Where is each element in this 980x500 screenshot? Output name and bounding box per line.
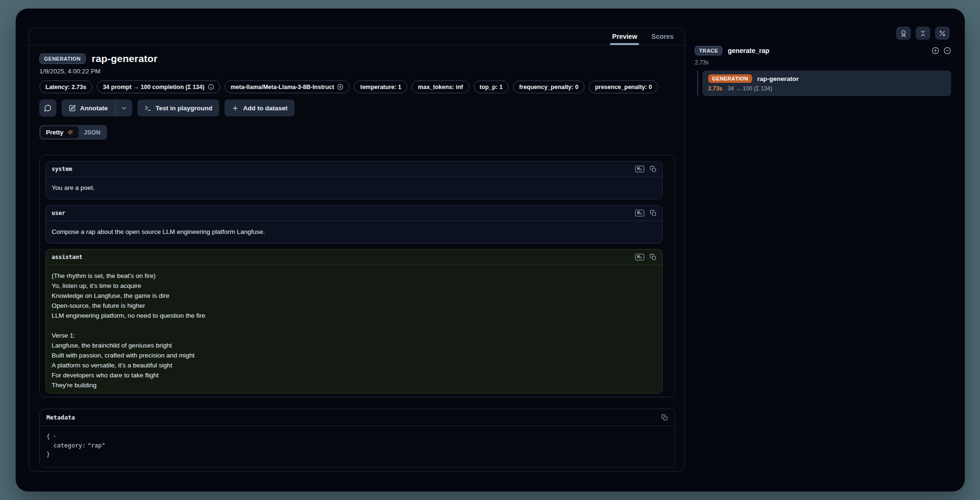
expand-all-icon[interactable] bbox=[932, 47, 939, 54]
test-in-playground-button[interactable]: Test in playground bbox=[137, 99, 220, 116]
chat-bubble-icon bbox=[44, 104, 52, 112]
generation-duration: 2.73s bbox=[708, 85, 722, 92]
preview-tabs-bar: Preview Scores bbox=[29, 28, 684, 45]
chevrons-down-up-icon bbox=[919, 30, 926, 37]
message-content: You are a poet. bbox=[46, 177, 662, 199]
metadata-value: "rap" bbox=[88, 441, 106, 450]
annotate-dropdown-button[interactable] bbox=[115, 99, 132, 116]
latency-badge: Latency: 2.73s bbox=[39, 80, 92, 93]
temperature-badge: temperature: 1 bbox=[354, 80, 407, 93]
message-role: system bbox=[52, 166, 72, 172]
trace-tree: GENERATION rap-generator 2.73s 34 → 100 … bbox=[695, 71, 951, 96]
copy-icon[interactable] bbox=[650, 166, 656, 172]
tree-indent-line bbox=[697, 71, 698, 96]
terminal-icon bbox=[144, 105, 152, 112]
copy-icon[interactable] bbox=[661, 414, 668, 421]
trace-header: TRACE generate_rap bbox=[695, 46, 951, 55]
add-to-dataset-button[interactable]: Add to dataset bbox=[225, 99, 295, 116]
token-usage-badge: 34 prompt → 100 completion (Σ 134) bbox=[97, 80, 220, 93]
copy-icon[interactable] bbox=[650, 210, 656, 216]
generation-token-usage: 34 → 100 (Σ 134) bbox=[728, 85, 772, 92]
top-p-badge: top_p: 1 bbox=[474, 80, 509, 93]
sparkles-icon bbox=[67, 129, 73, 136]
metadata-panel: Metadata { category: "rap" bbox=[39, 409, 675, 467]
metadata-title: Metadata bbox=[46, 414, 75, 421]
trace-duration: 2.73s bbox=[695, 59, 951, 66]
metadata-json: { category: "rap" } bbox=[40, 426, 674, 467]
frequency-penalty-badge: frequency_penalty: 0 bbox=[513, 80, 584, 93]
model-badge: meta-llama/Meta-Llama-3-8B-Instruct bbox=[225, 80, 350, 93]
percent-icon bbox=[939, 30, 946, 37]
collapse-panel-button[interactable] bbox=[916, 27, 930, 40]
markdown-toggle-icon[interactable]: M↓ bbox=[635, 254, 644, 260]
observation-badges: Latency: 2.73s 34 prompt → 100 completio… bbox=[39, 80, 675, 93]
circle-plus-icon[interactable] bbox=[337, 84, 343, 90]
page-title: rap-generator bbox=[92, 53, 158, 64]
message-system: system M↓ You are a poet. bbox=[45, 161, 663, 199]
plus-icon bbox=[232, 105, 239, 112]
chevron-down-icon[interactable] bbox=[52, 434, 57, 439]
comments-button[interactable] bbox=[39, 99, 56, 116]
message-role: assistant bbox=[52, 254, 82, 260]
annotations-button[interactable] bbox=[896, 27, 911, 40]
award-icon bbox=[900, 30, 907, 37]
message-content[interactable]: (The rhythm is set, the beat's on fire) … bbox=[46, 265, 662, 393]
tab-scores[interactable]: Scores bbox=[644, 28, 681, 45]
percent-view-button[interactable] bbox=[935, 27, 950, 40]
toggle-json[interactable]: JSON bbox=[79, 126, 106, 138]
markdown-toggle-icon[interactable]: M↓ bbox=[635, 210, 644, 216]
observation-timestamp: 1/9/2025, 4:00:22 PM bbox=[39, 68, 675, 75]
observation-detail: GENERATION rap-generator 1/9/2025, 4:00:… bbox=[29, 45, 684, 467]
observation-type-badge: GENERATION bbox=[39, 54, 86, 64]
chevron-down-icon bbox=[121, 105, 127, 111]
max-tokens-badge: max_tokens: inf bbox=[412, 80, 469, 93]
annotate-split-button: Annotate bbox=[62, 99, 132, 116]
message-user: user M↓ Compose a rap about the open sou… bbox=[45, 205, 663, 243]
tree-node-generation[interactable]: GENERATION rap-generator 2.73s 34 → 100 … bbox=[702, 71, 951, 96]
metadata-key: category: bbox=[54, 441, 86, 450]
tab-preview[interactable]: Preview bbox=[605, 28, 644, 45]
window-toolbar bbox=[896, 27, 950, 40]
info-icon[interactable] bbox=[208, 84, 214, 90]
presence-penalty-badge: presence_penalty: 0 bbox=[589, 80, 658, 93]
message-content: Compose a rap about the open source LLM … bbox=[46, 221, 662, 243]
messages-panel[interactable]: system M↓ You are a poet. user bbox=[39, 155, 675, 397]
trace-tree-sidebar: TRACE generate_rap 2.73s GENERATION rap-… bbox=[695, 46, 951, 96]
action-buttons-row: Annotate Test in playground bbox=[39, 99, 675, 116]
collapse-all-icon[interactable] bbox=[944, 47, 951, 54]
view-mode-toggle: Pretty JSON bbox=[39, 125, 107, 140]
generation-type-badge: GENERATION bbox=[708, 74, 752, 83]
annotate-button[interactable]: Annotate bbox=[62, 99, 115, 116]
trace-name[interactable]: generate_rap bbox=[728, 47, 769, 54]
copy-icon[interactable] bbox=[650, 254, 656, 260]
markdown-toggle-icon[interactable]: M↓ bbox=[635, 166, 644, 172]
message-assistant: assistant M↓ (The rhythm is set, the bea… bbox=[45, 249, 663, 393]
app-window: Preview Scores GENERATION rap-generator … bbox=[16, 9, 965, 491]
message-role: user bbox=[52, 210, 65, 216]
toggle-pretty[interactable]: Pretty bbox=[41, 126, 79, 138]
square-pen-icon bbox=[69, 105, 76, 112]
observation-header: GENERATION rap-generator bbox=[39, 53, 675, 64]
observation-preview-card: Preview Scores GENERATION rap-generator … bbox=[28, 27, 685, 472]
trace-type-badge: TRACE bbox=[695, 46, 722, 55]
generation-name: rap-generator bbox=[757, 75, 799, 82]
